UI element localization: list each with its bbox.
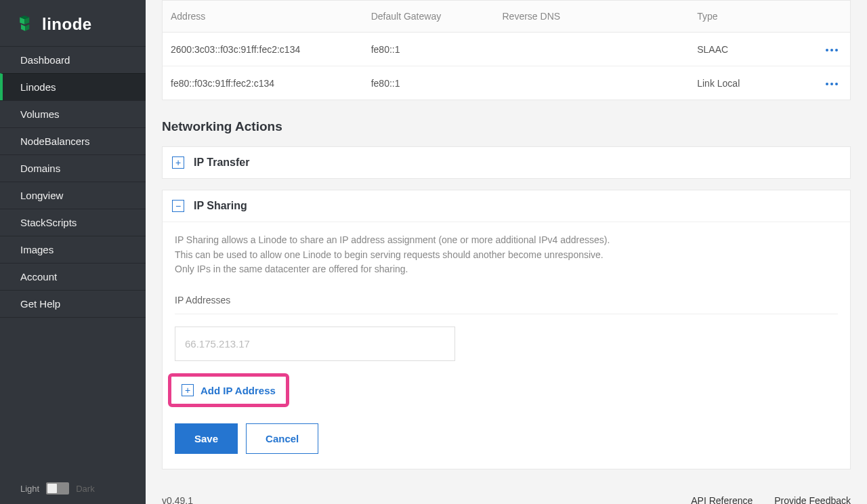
ip-sharing-title: IP Sharing: [194, 200, 247, 212]
sidebar-item-images[interactable]: Images: [0, 236, 146, 263]
sidebar: linode Dashboard Linodes Volumes NodeBal…: [0, 0, 146, 504]
expand-plus-icon: +: [172, 156, 184, 169]
save-button[interactable]: Save: [175, 423, 238, 454]
svg-marker-3: [25, 24, 29, 31]
sidebar-item-label: Volumes: [20, 108, 60, 120]
sidebar-item-label: Linodes: [20, 81, 56, 93]
main-content: Address Default Gateway Reverse DNS Type…: [146, 0, 867, 504]
sidebar-item-get-help[interactable]: Get Help: [0, 290, 146, 318]
table-row: fe80::f03c:91ff:fec2:c134 fe80::1 Link L…: [163, 66, 850, 100]
sidebar-item-label: StackScripts: [20, 217, 77, 228]
svg-marker-2: [21, 24, 25, 31]
sidebar-item-label: NodeBalancers: [20, 135, 90, 147]
col-header-type[interactable]: Type: [689, 1, 811, 32]
cell-type: Link Local: [689, 68, 811, 99]
col-header-address[interactable]: Address: [163, 1, 363, 32]
cell-rdns: [494, 73, 690, 93]
row-actions-menu-icon[interactable]: [826, 79, 838, 89]
table-row: 2600:3c03::f03c:91ff:fec2:c134 fe80::1 S…: [163, 33, 850, 66]
theme-toggle[interactable]: Light Dark: [0, 473, 146, 504]
version-label: v0.49.1: [162, 495, 193, 504]
brand-name: linode: [42, 15, 92, 34]
sidebar-item-label: Images: [20, 244, 54, 255]
linode-logo-icon: [16, 15, 35, 34]
sidebar-item-volumes[interactable]: Volumes: [0, 100, 146, 127]
cancel-button[interactable]: Cancel: [246, 423, 318, 454]
sidebar-item-label: Longview: [20, 190, 63, 201]
sidebar-item-label: Dashboard: [20, 54, 70, 66]
theme-dark-label: Dark: [76, 484, 94, 494]
col-header-actions: [811, 1, 850, 32]
sidebar-item-domains[interactable]: Domains: [0, 154, 146, 182]
theme-light-label: Light: [20, 484, 39, 494]
divider: [175, 314, 838, 314]
ip-addresses-label: IP Addresses: [175, 295, 838, 306]
cell-type: SLAAC: [689, 34, 811, 65]
ip-transfer-toggle[interactable]: + IP Transfer: [163, 147, 850, 178]
theme-switch[interactable]: [46, 482, 69, 495]
ip-sharing-panel: − IP Sharing IP Sharing allows a Linode …: [162, 190, 851, 469]
ip-sharing-body: IP Sharing allows a Linode to share an I…: [163, 222, 850, 469]
sidebar-item-stackscripts[interactable]: StackScripts: [0, 209, 146, 236]
cell-address: 2600:3c03::f03c:91ff:fec2:c134: [163, 34, 363, 65]
networking-actions-title: Networking Actions: [162, 119, 851, 134]
add-ip-label: Add IP Address: [200, 385, 276, 396]
collapse-minus-icon: −: [172, 200, 184, 212]
sidebar-item-label: Domains: [20, 163, 60, 174]
sidebar-item-nodebalancers[interactable]: NodeBalancers: [0, 127, 146, 154]
ip-address-input[interactable]: [175, 327, 455, 361]
ip-transfer-title: IP Transfer: [194, 156, 249, 169]
col-header-gateway[interactable]: Default Gateway: [363, 1, 494, 32]
page-footer: v0.49.1 API Reference Provide Feedback: [146, 480, 867, 504]
cell-gateway: fe80::1: [363, 34, 494, 65]
ip-sharing-description: IP Sharing allows a Linode to share an I…: [175, 233, 622, 277]
brand-logo[interactable]: linode: [0, 0, 146, 46]
api-reference-link[interactable]: API Reference: [691, 495, 753, 504]
sidebar-item-longview[interactable]: Longview: [0, 182, 146, 209]
row-actions-menu-icon[interactable]: [826, 45, 838, 56]
sidebar-nav: Dashboard Linodes Volumes NodeBalancers …: [0, 46, 146, 318]
add-ip-address-button[interactable]: + Add IP Address: [175, 379, 282, 402]
sidebar-item-label: Account: [20, 271, 57, 282]
ip-transfer-panel: + IP Transfer: [162, 146, 851, 179]
sidebar-item-dashboard[interactable]: Dashboard: [0, 46, 146, 73]
ip-sharing-toggle[interactable]: − IP Sharing: [163, 190, 850, 222]
sidebar-item-linodes[interactable]: Linodes: [0, 73, 146, 100]
cell-rdns: [494, 39, 690, 60]
table-header-row: Address Default Gateway Reverse DNS Type: [163, 1, 850, 33]
sidebar-item-label: Get Help: [20, 298, 60, 310]
cell-gateway: fe80::1: [363, 68, 494, 99]
cell-address: fe80::f03c:91ff:fec2:c134: [163, 68, 363, 99]
col-header-rdns[interactable]: Reverse DNS: [494, 1, 690, 32]
provide-feedback-link[interactable]: Provide Feedback: [774, 495, 851, 504]
plus-icon: +: [182, 384, 194, 396]
ip-table: Address Default Gateway Reverse DNS Type…: [162, 0, 851, 100]
sidebar-item-account[interactable]: Account: [0, 263, 146, 290]
